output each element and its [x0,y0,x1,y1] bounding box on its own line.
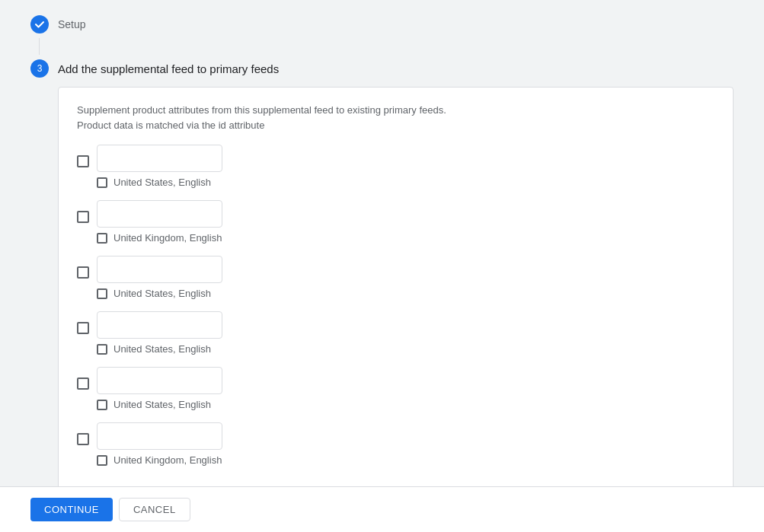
feed-name-input[interactable] [97,311,222,339]
bottom-bar: CONTINUE CANCEL [0,486,764,532]
feed-item-right: United States, English [97,145,222,188]
feed-locale-label: United States, English [113,288,211,299]
feed-item-right: United Kingdom, English [97,200,222,244]
step1-label: Setup [58,18,86,30]
feed-locale-checkbox[interactable] [97,455,107,466]
step3-title: Add the supplemental feed to primary fee… [58,62,279,75]
feed-locale-checkbox[interactable] [97,233,107,244]
feed-locale-label: United States, English [113,343,211,355]
step3-icon: 3 [30,59,49,78]
feed-item: United States, English [77,256,714,299]
feed-locale-row: United States, English [97,177,222,188]
feed-locale-row: United States, English [97,399,222,410]
page-container: Setup 3 Add the supplemental feed to pri… [0,0,764,532]
feed-locale-row: United States, English [97,343,222,355]
feed-item: United Kingdom, English [77,422,714,466]
feed-main-checkbox[interactable] [77,266,89,279]
feed-locale-label: United Kingdom, English [113,232,222,244]
feed-main-checkbox[interactable] [77,433,89,445]
feed-locale-checkbox[interactable] [97,288,107,299]
feed-item-right: United Kingdom, English [97,422,222,466]
feeds-container: United States, EnglishUnited Kingdom, En… [77,145,714,466]
card-description: Supplement product attributes from this … [77,103,714,132]
feed-item: United Kingdom, English [77,200,714,244]
feed-card: Supplement product attributes from this … [58,87,734,486]
feed-main-checkbox[interactable] [77,155,89,167]
cancel-button[interactable]: CANCEL [119,498,190,521]
feed-name-input[interactable] [97,200,222,228]
feed-item: United States, English [77,367,714,410]
feed-locale-row: United States, English [97,288,222,299]
feed-locale-checkbox[interactable] [97,177,107,188]
feed-main-checkbox[interactable] [77,211,89,223]
step3-row: 3 Add the supplemental feed to primary f… [30,59,734,78]
feed-main-checkbox[interactable] [77,322,89,334]
feed-main-checkbox[interactable] [77,377,89,390]
feed-name-input[interactable] [97,145,222,172]
feed-locale-checkbox[interactable] [97,400,107,410]
feed-item: United States, English [77,311,714,355]
step1-row: Setup [30,15,734,33]
feed-item-right: United States, English [97,256,222,299]
step1-completed-icon [30,15,49,33]
feed-locale-checkbox[interactable] [97,344,107,355]
feed-locale-row: United Kingdom, English [97,454,222,466]
main-content: Setup 3 Add the supplemental feed to pri… [0,0,764,486]
continue-button[interactable]: CONTINUE [30,498,113,521]
feed-item-right: United States, English [97,311,222,355]
feed-name-input[interactable] [97,422,222,450]
feed-item: United States, English [77,145,714,188]
feed-locale-label: United Kingdom, English [113,454,222,466]
feed-locale-label: United States, English [113,177,211,188]
feed-locale-label: United States, English [113,399,211,410]
feed-locale-row: United Kingdom, English [97,232,222,244]
feed-name-input[interactable] [97,256,222,283]
feed-name-input[interactable] [97,367,222,394]
step-connector [39,38,40,55]
feed-item-right: United States, English [97,367,222,410]
